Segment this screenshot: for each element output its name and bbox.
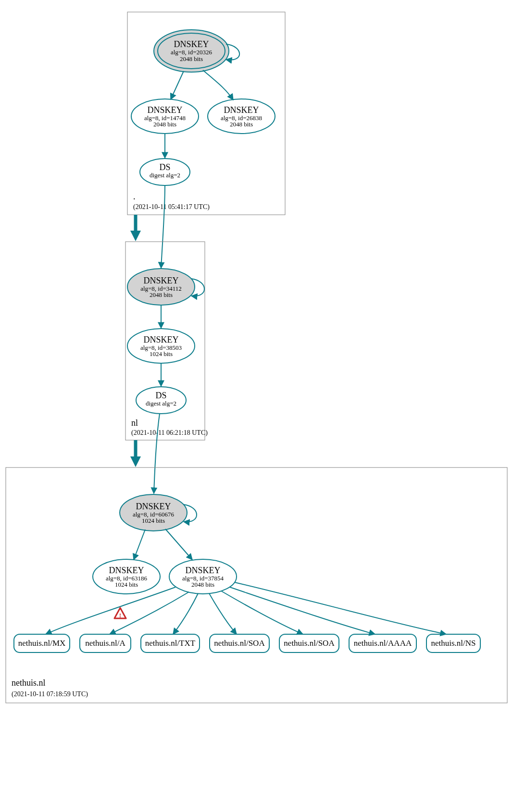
svg-text:nethuis.nl/MX: nethuis.nl/MX — [18, 639, 66, 648]
zone-nl: nl (2021-10-11 06:21:18 UTC) DNSKEY alg=… — [125, 242, 208, 440]
zone-nl-date: (2021-10-11 06:21:18 UTC) — [131, 429, 208, 437]
svg-text:DNSKEY: DNSKEY — [185, 566, 220, 575]
nl-zsk-node: DNSKEY alg=8, id=38503 1024 bits — [127, 329, 195, 363]
rrset-ns: nethuis.nl/NS — [426, 634, 480, 652]
rrset-soa-2: nethuis.nl/SOA — [279, 634, 339, 652]
svg-text:2048 bits: 2048 bits — [191, 581, 214, 588]
warning-icon: ! — [114, 608, 126, 619]
svg-text:nethuis.nl/SOA: nethuis.nl/SOA — [284, 639, 335, 648]
svg-text:nethuis.nl/NS: nethuis.nl/NS — [431, 639, 475, 648]
nethuis-zsk1-node: DNSKEY alg=8, id=63186 1024 bits — [93, 559, 160, 594]
root-ds-node: DS digest alg=2 — [140, 159, 190, 185]
edge-rksk-rzsk2 — [203, 70, 233, 100]
edge-zsk2-soa1 — [209, 593, 237, 634]
svg-text:alg=8, id=20326: alg=8, id=20326 — [171, 49, 213, 56]
svg-text:1024 bits: 1024 bits — [150, 350, 173, 357]
svg-text:2048 bits: 2048 bits — [150, 291, 173, 298]
svg-text:DNSKEY: DNSKEY — [143, 276, 178, 285]
svg-text:2048 bits: 2048 bits — [153, 121, 176, 128]
svg-text:DNSKEY: DNSKEY — [136, 502, 171, 511]
svg-text:nethuis.nl/SOA: nethuis.nl/SOA — [214, 639, 265, 648]
svg-text:2048 bits: 2048 bits — [230, 121, 253, 128]
svg-text:1024 bits: 1024 bits — [115, 581, 138, 588]
zone-nethuis: nethuis.nl (2021-10-11 07:18:59 UTC) DNS… — [6, 468, 507, 703]
zone-nl-name: nl — [131, 418, 138, 428]
svg-text:DNSKEY: DNSKEY — [143, 335, 178, 344]
svg-text:nethuis.nl/A: nethuis.nl/A — [85, 639, 125, 648]
svg-text:DS: DS — [159, 162, 170, 172]
nl-ds-node: DS digest alg=2 — [136, 387, 186, 414]
edge-rds-nlksk — [161, 185, 165, 268]
svg-text:DNSKEY: DNSKEY — [174, 39, 209, 49]
svg-text:nethuis.nl/TXT: nethuis.nl/TXT — [145, 639, 196, 648]
root-ksk-node: DNSKEY alg=8, id=20326 2048 bits — [154, 30, 229, 72]
rrset-a: nethuis.nl/A — [80, 634, 131, 652]
zone-root: . (2021-10-11 05:41:17 UTC) DNSKEY alg=8… — [127, 12, 285, 215]
nl-ksk-node: DNSKEY alg=8, id=34112 2048 bits — [127, 269, 195, 305]
svg-text:!: ! — [119, 612, 121, 619]
edge-zsk2-ns — [235, 582, 446, 634]
rrset-aaaa: nethuis.nl/AAAA — [349, 634, 416, 652]
svg-text:DS: DS — [155, 391, 166, 400]
root-zsk1-node: DNSKEY alg=8, id=14748 2048 bits — [131, 99, 199, 134]
zone-nethuis-name: nethuis.nl — [12, 678, 46, 688]
nethuis-ksk-node: DNSKEY alg=8, id=60676 1024 bits — [120, 494, 187, 531]
rrset-mx: nethuis.nl/MX — [14, 634, 70, 652]
rrset-txt: nethuis.nl/TXT — [141, 634, 200, 652]
zone-nethuis-date: (2021-10-11 07:18:59 UTC) — [12, 690, 88, 698]
svg-rect-29 — [6, 468, 507, 703]
svg-text:digest alg=2: digest alg=2 — [150, 172, 180, 179]
nethuis-zsk2-node: DNSKEY alg=8, id=37854 2048 bits — [169, 559, 237, 594]
svg-text:nethuis.nl/AAAA: nethuis.nl/AAAA — [354, 639, 412, 648]
svg-text:digest alg=2: digest alg=2 — [146, 400, 176, 407]
edge-rksk-rzsk1 — [171, 71, 184, 99]
svg-text:1024 bits: 1024 bits — [142, 517, 165, 524]
svg-text:2048 bits: 2048 bits — [180, 55, 203, 62]
svg-text:DNSKEY: DNSKEY — [147, 105, 182, 115]
root-zsk2-node: DNSKEY alg=8, id=26838 2048 bits — [208, 99, 275, 134]
edge-nlds-nhksk — [154, 414, 160, 493]
edge-nhksk-zsk2 — [165, 529, 192, 560]
svg-text:DNSKEY: DNSKEY — [224, 105, 259, 115]
edge-zsk2-soa2 — [221, 591, 303, 634]
zone-root-name: . — [133, 192, 136, 201]
edge-zsk2-aaaa — [230, 587, 375, 634]
rrset-soa-1: nethuis.nl/SOA — [210, 634, 269, 652]
edge-nhksk-zsk1 — [134, 529, 145, 560]
zone-root-date: (2021-10-11 05:41:17 UTC) — [133, 203, 210, 211]
svg-text:DNSKEY: DNSKEY — [109, 566, 144, 575]
